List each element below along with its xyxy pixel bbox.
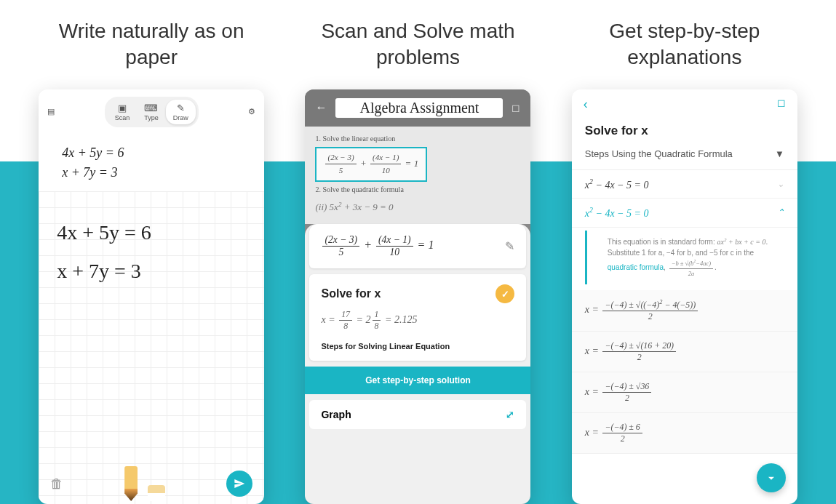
step-row-1[interactable]: x2 − 4x − 5 = 0 ⌄ <box>572 170 797 199</box>
quadratic-link[interactable]: quadratic formula <box>608 263 664 271</box>
step-row-2[interactable]: x2 − 4x − 5 = 0 ⌃ <box>572 199 797 228</box>
expand-icon[interactable]: ⤢ <box>506 409 514 420</box>
drawing-canvas[interactable]: 4x + 5y = 6 x + 7y = 3 🗑 <box>39 191 264 504</box>
dropdown-label: Steps Using the Quadratic Formula <box>585 148 733 159</box>
hand-line-1: 4x + 5y = 6 <box>57 213 246 252</box>
work-step-2: x = −(−4) ± √(16 + 20)2 <box>572 332 797 372</box>
history-icon[interactable]: ▤ <box>47 107 55 116</box>
method-dropdown[interactable]: Steps Using the Quadratic Formula ▼ <box>572 143 797 170</box>
hand-icon: ✎ <box>177 103 185 113</box>
graph-card[interactable]: Graph ⤢ <box>309 400 526 429</box>
scanned-paper: 1. Solve the linear equation (2x − 3)5 +… <box>305 127 530 224</box>
eraser-tool[interactable] <box>148 485 165 501</box>
camera-icon: ▣ <box>118 103 127 113</box>
panel-steps: Get step-by-step explanations ‹ ◻ Solve … <box>562 7 807 504</box>
scan-instruction-1: 1. Solve the linear equation <box>315 133 520 145</box>
solve-result: x = 178 = 218 = 2.125 <box>321 309 514 332</box>
handwriting: 4x + 5y = 6 x + 7y = 3 <box>57 213 246 290</box>
solve-title: Solve for x <box>321 287 381 300</box>
edit-icon[interactable]: ✎ <box>505 239 514 253</box>
pencil-tool[interactable] <box>124 466 138 501</box>
recognized-equations: 4x + 5y = 6 x + 7y = 3 <box>39 135 264 191</box>
check-icon: ✓ <box>495 284 514 303</box>
chevron-up-icon: ⌃ <box>777 207 784 218</box>
chevron-down-icon: ⌄ <box>777 179 784 190</box>
headline-3: Get step-by-step explanations <box>562 18 807 71</box>
typed-line-1: 4x + 5y = 6 <box>62 143 241 163</box>
detected-equation: (2x − 3)5 + (4x − 1)10 = 1 ✎ <box>321 234 514 258</box>
work-step-4: x = −(−4) ± 62 <box>572 413 797 454</box>
solve-card: Solve for x ✓ x = 178 = 218 = 2.125 Step… <box>309 274 526 361</box>
phone-2: ← Algebra Assignment ◻ 1. Solve the line… <box>305 89 530 504</box>
work-step-3: x = −(−4) ± √362 <box>572 372 797 413</box>
mode-draw[interactable]: ✎ Draw <box>166 100 196 124</box>
back-icon[interactable]: ‹ <box>584 97 588 112</box>
typed-line-2: x + 7y = 3 <box>62 163 241 183</box>
step-explanation: This equation is in standard form: ax2 +… <box>585 231 784 284</box>
mode-switcher: ▣ Scan ⌨ Type ✎ Draw <box>105 97 199 127</box>
scan-target-box[interactable]: (2x − 3)5 + (4x − 1)10 = 1 <box>315 147 427 182</box>
solve-title: Solve for x <box>572 119 797 143</box>
arrow-down-icon <box>765 472 777 484</box>
send-icon <box>234 478 245 489</box>
mode-scan[interactable]: ▣ Scan <box>108 100 138 124</box>
steps-label: Steps for Solving Linear Equation <box>321 342 514 351</box>
mode-type[interactable]: ⌨ Type <box>137 100 166 124</box>
assignment-title: Algebra Assignment <box>335 98 503 118</box>
result-sheet: (2x − 3)5 + (4x − 1)10 = 1 ✎ Solve for x… <box>305 224 530 504</box>
work-step-1: x = −(−4) ± √((−4)2 − 4(−5))2 <box>572 290 797 332</box>
settings-icon[interactable]: ⚙ <box>248 107 255 116</box>
phone-1: ▤ ▣ Scan ⌨ Type ✎ Draw ⚙ <box>39 89 264 504</box>
headline-1: Write naturally as on paper <box>29 18 274 71</box>
panel-scan: Scan and Solve math problems ← Algebra A… <box>295 7 540 504</box>
keyboard-icon: ⌨ <box>144 103 158 113</box>
panel-write: Write naturally as on paper ▤ ▣ Scan ⌨ T… <box>29 7 274 504</box>
scan-eq-2: (ii) 5x2 + 3x − 9 = 0 <box>315 198 520 217</box>
chevron-down-icon: ▼ <box>775 148 784 159</box>
scan-instruction-2: 2. Solve the quadratic formula <box>315 184 520 196</box>
headline-2: Scan and Solve math problems <box>295 18 540 71</box>
back-icon[interactable]: ← <box>315 101 327 114</box>
bookmark-icon[interactable]: ◻ <box>777 97 786 112</box>
hand-line-2: x + 7y = 3 <box>57 252 246 290</box>
graph-label: Graph <box>321 409 351 420</box>
get-solution-button[interactable]: Get step-by-step solution <box>305 367 530 394</box>
trash-icon[interactable]: 🗑 <box>50 476 63 492</box>
phone-3: ‹ ◻ Solve for x Steps Using the Quadrati… <box>572 89 797 504</box>
scroll-down-button[interactable] <box>757 463 786 492</box>
bookmark-icon[interactable]: ◻ <box>511 102 520 113</box>
submit-button[interactable] <box>226 471 252 497</box>
